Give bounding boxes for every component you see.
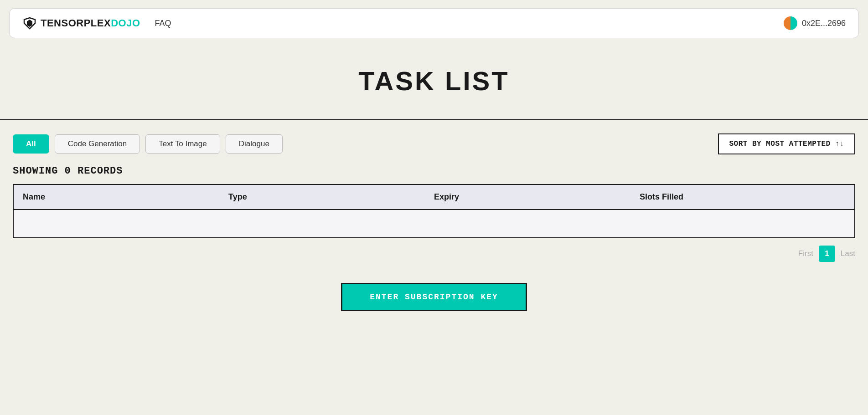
header: TENSORPLEXDOJO FAQ 0x2E...2696	[9, 8, 859, 38]
pagination: First 1 Last	[0, 238, 868, 269]
tab-code-generation[interactable]: Code Generation	[55, 134, 140, 154]
table-header: Name Type Expiry Slots Filled	[14, 185, 854, 210]
page-title: TASK LIST	[0, 66, 868, 96]
logo-brand-text: TENSORPLEXDOJO	[41, 17, 140, 29]
logo-icon	[22, 16, 37, 31]
pagination-last[interactable]: Last	[841, 249, 855, 258]
column-name: Name	[23, 192, 228, 202]
column-type: Type	[228, 192, 434, 202]
filter-tabs: All Code Generation Text To Image Dialog…	[13, 134, 283, 154]
enter-subscription-key-button[interactable]: ENTER SUBSCRIPTION KEY	[341, 283, 527, 311]
sort-button[interactable]: SORT BY MOST ATTEMPTED ↑↓	[718, 133, 855, 154]
tab-text-to-image[interactable]: Text To Image	[145, 134, 220, 154]
nav-faq-link[interactable]: FAQ	[155, 19, 171, 28]
tab-dialogue[interactable]: Dialogue	[226, 134, 283, 154]
pagination-first[interactable]: First	[798, 249, 813, 258]
page-title-area: TASK LIST	[0, 38, 868, 119]
header-left: TENSORPLEXDOJO FAQ	[22, 16, 171, 31]
wallet-badge[interactable]: 0x2E...2696	[784, 16, 846, 30]
tab-all[interactable]: All	[13, 134, 49, 154]
column-expiry: Expiry	[434, 192, 640, 202]
filter-area: All Code Generation Text To Image Dialog…	[0, 133, 868, 154]
column-slots-filled: Slots Filled	[640, 192, 845, 202]
section-divider	[0, 119, 868, 120]
records-count: SHOWING 0 RECORDS	[0, 165, 868, 177]
table-body	[14, 210, 854, 237]
wallet-address: 0x2E...2696	[802, 19, 846, 28]
logo: TENSORPLEXDOJO	[22, 16, 140, 31]
bottom-action-area: ENTER SUBSCRIPTION KEY	[0, 283, 868, 311]
wallet-avatar-icon	[784, 16, 797, 30]
task-table: Name Type Expiry Slots Filled	[13, 184, 855, 238]
pagination-current-page[interactable]: 1	[819, 246, 835, 262]
